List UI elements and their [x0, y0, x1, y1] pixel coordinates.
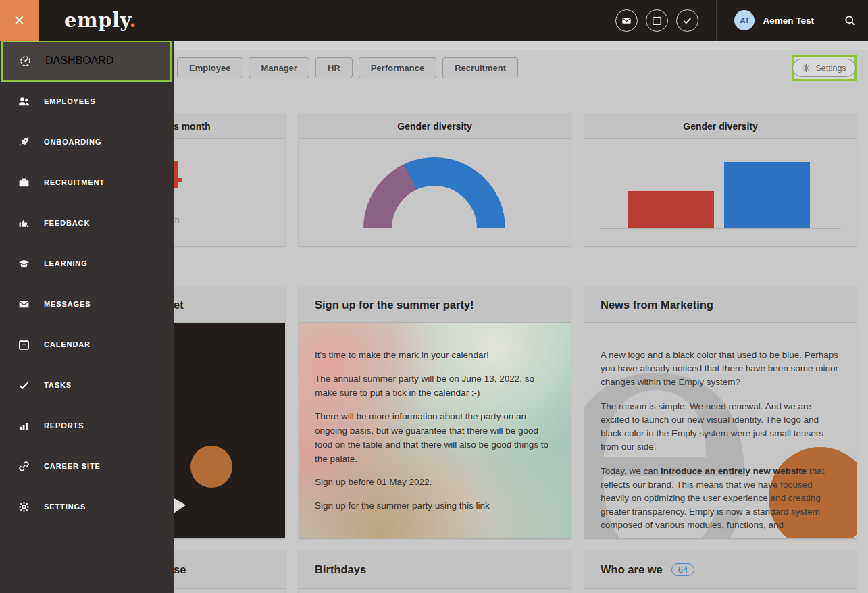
tab-employee[interactable]: Employee	[177, 57, 242, 78]
envelope-icon	[18, 299, 30, 310]
orange-dot	[190, 446, 232, 488]
calendar-button[interactable]	[646, 9, 668, 32]
news-paragraph: A new logo and a black color that used t…	[601, 349, 840, 389]
news-p3-pre: Today, we can	[601, 466, 661, 476]
sidebar-item-label: FEEDBACK	[44, 219, 90, 227]
dashboard-gauge-icon	[20, 55, 31, 67]
bars-card-title: Gender diversity	[584, 113, 857, 139]
sidebar-item-career-site[interactable]: CAREER SITE	[0, 455, 174, 478]
bar	[724, 162, 810, 228]
avatar: AT	[734, 10, 755, 30]
dashboard-tabs: Employee Manager HR Performance Recruitm…	[177, 57, 518, 78]
party-paragraph: There will be more information about the…	[315, 410, 555, 467]
messages-button[interactable]	[615, 9, 638, 32]
who-are-we-card: Who are we 64	[584, 550, 857, 593]
user-name: Aemen Test	[763, 16, 814, 26]
search-icon	[844, 15, 856, 26]
close-icon: ✕	[14, 12, 25, 28]
sidebar-item-learning[interactable]: LEARNING	[0, 252, 174, 275]
settings-highlight-frame: Settings	[792, 55, 857, 81]
news-paragraph: Today, we can introduce an entirely new …	[601, 465, 840, 532]
settings-button[interactable]: Settings	[792, 59, 855, 77]
top-bar: ✕ emply. AT Aemen Test	[0, 0, 868, 41]
envelope-icon	[621, 16, 632, 26]
gear-icon	[802, 63, 811, 72]
new-website-link[interactable]: introduce an entirely new website	[661, 466, 807, 476]
sidebar-item-label: REPORTS	[44, 421, 84, 430]
sidebar-item-tasks[interactable]: TASKS	[0, 373, 174, 396]
thumbs-icon	[18, 217, 30, 229]
party-signup-link-text[interactable]: Sign up for the summer party using this …	[315, 499, 555, 513]
gender-bars-card: Gender diversity	[584, 113, 857, 246]
news-text: A new logo and a black color that used t…	[584, 323, 857, 532]
search-button[interactable]	[832, 0, 868, 41]
bar-chart-axis	[600, 228, 841, 229]
who-are-we-title: Who are we 64	[584, 550, 857, 589]
party-paragraph: Sign up before 01 May 2022.	[315, 475, 555, 490]
tab-performance[interactable]: Performance	[359, 57, 436, 78]
sidebar-item-employees[interactable]: EMPLOYEES	[0, 90, 174, 113]
sidebar-item-calendar[interactable]: CALENDAR	[0, 333, 174, 356]
news-card: News from Marketing e A new logo and a b…	[584, 287, 857, 538]
sidebar-item-feedback[interactable]: FEEDBACK	[0, 211, 174, 234]
tab-recruitment[interactable]: Recruitment	[442, 57, 518, 78]
sidebar-item-dashboard[interactable]: DASHBOARD	[1, 40, 172, 82]
gauge-arc	[363, 157, 505, 228]
sidebar-item-onboarding[interactable]: ONBOARDING	[0, 130, 174, 153]
party-card-title: Sign up for the summer party!	[299, 287, 571, 323]
tasks-button[interactable]	[676, 9, 698, 32]
party-paragraph: It's time to make the mark in your calen…	[315, 349, 555, 363]
calendar-icon	[18, 339, 30, 351]
sidebar-nav: DASHBOARD EMPLOYEES ONBOARDING RECRUITME…	[0, 41, 174, 593]
news-paragraph: The reason is simple: We need renewal. A…	[601, 400, 840, 454]
birthdays-card: Birthdays	[299, 550, 571, 593]
sidebar-item-label: LEARNING	[44, 259, 88, 267]
sidebar-item-label: TASKS	[44, 381, 72, 389]
bar-chart-icon	[18, 420, 30, 432]
party-paragraph: The annual summer party will be on June …	[315, 372, 555, 401]
emply-logo[interactable]: emply.	[64, 9, 136, 32]
people-icon	[18, 96, 30, 107]
tab-manager[interactable]: Manager	[249, 57, 309, 78]
sidebar-item-messages[interactable]: MESSAGES	[0, 292, 174, 315]
rocket-icon	[18, 136, 30, 148]
bar	[628, 191, 714, 228]
gender-gauge-card: Gender diversity	[299, 113, 571, 246]
party-text: It's time to make the mark in your calen…	[299, 323, 571, 513]
user-menu[interactable]: AT Aemen Test	[717, 0, 832, 41]
news-card-title: News from Marketing	[584, 287, 857, 323]
sidebar-item-label: SETTINGS	[44, 502, 86, 511]
sidebar-item-reports[interactable]: REPORTS	[0, 414, 174, 437]
calendar-icon	[652, 16, 662, 26]
briefcase-icon	[18, 177, 30, 188]
sidebar-item-recruitment[interactable]: RECRUITMENT	[0, 171, 174, 194]
sidebar-item-label: CALENDAR	[44, 340, 91, 349]
close-menu-button[interactable]: ✕	[0, 0, 39, 41]
check-icon	[18, 380, 30, 391]
tab-hr[interactable]: HR	[315, 57, 353, 78]
birthdays-title: Birthdays	[299, 550, 571, 589]
employee-count-badge: 64	[671, 563, 694, 576]
gauge-hole	[392, 186, 477, 228]
sidebar-item-label: EMPLOYEES	[44, 97, 96, 105]
link-icon	[18, 461, 30, 472]
who-are-we-label: Who are we	[601, 563, 663, 576]
graduation-cap-icon	[18, 258, 30, 269]
check-icon	[682, 16, 692, 26]
sidebar-item-label: CAREER SITE	[44, 462, 101, 470]
gear-icon	[18, 501, 30, 513]
logo-text: emply	[64, 9, 129, 32]
logo-dot: .	[129, 9, 136, 32]
sidebar-item-label: ONBOARDING	[44, 138, 101, 146]
sidebar-item-label: DASHBOARD	[45, 55, 113, 67]
gauge-card-title: Gender diversity	[299, 113, 571, 139]
sidebar-item-settings[interactable]: SETTINGS	[0, 495, 174, 518]
sidebar-item-label: MESSAGES	[44, 300, 91, 308]
summer-party-card: Sign up for the summer party! It's time …	[299, 287, 571, 538]
settings-button-label: Settings	[815, 63, 846, 73]
sidebar-item-label: RECRUITMENT	[44, 178, 105, 186]
